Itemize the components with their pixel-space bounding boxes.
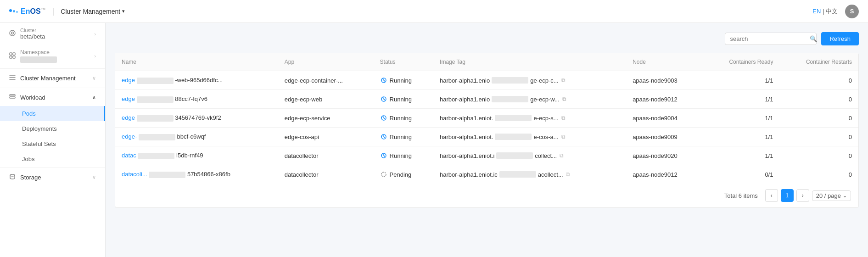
pod-name-suffix-3: bbcf-c6wqf xyxy=(177,133,206,140)
storage-icon xyxy=(9,173,16,181)
image-blur-3 xyxy=(495,134,532,140)
status-text-4: Running xyxy=(390,152,412,159)
pod-app-0: edge-ecp-container-... xyxy=(285,77,343,84)
sidebar-item-deployments[interactable]: Deployments xyxy=(0,121,105,136)
copy-icon-5[interactable]: ⧉ xyxy=(565,170,571,179)
workload-chevron: ∧ xyxy=(92,95,96,101)
cell-containers-ready-1: 1/1 xyxy=(703,90,779,109)
namespace-icon xyxy=(9,52,16,60)
svg-rect-7 xyxy=(10,97,15,98)
search-box[interactable]: 🔍 xyxy=(725,33,817,45)
pod-node-5: apaas-node9012 xyxy=(633,171,678,178)
cell-restarts-1: 0 xyxy=(779,90,858,109)
image-tag-cell-2: harbor-alpha1.eniot. e-ecp-s... ⧉ xyxy=(440,114,620,122)
table-header-row: Name App Status Image Tag Node Container… xyxy=(115,53,858,71)
pod-name-link-5[interactable]: datacoli... xyxy=(122,171,147,178)
cell-status-1: Running xyxy=(374,90,433,109)
cell-status-4: Running xyxy=(374,146,433,165)
search-input[interactable] xyxy=(730,35,807,42)
copy-icon-3[interactable]: ⧉ xyxy=(560,133,566,141)
containers-ready-5: 0/1 xyxy=(765,171,773,178)
pods-label: Pods xyxy=(22,110,36,117)
col-name: Name xyxy=(115,53,278,71)
pod-name-suffix-4: i5db-rnf49 xyxy=(176,152,203,159)
status-text-1: Running xyxy=(390,96,412,103)
status-text-3: Running xyxy=(390,134,412,140)
page-1-button[interactable]: 1 xyxy=(781,189,794,202)
cell-containers-ready-4: 1/1 xyxy=(703,146,779,165)
pod-app-5: datacollector xyxy=(285,171,319,178)
sidebar-workload[interactable]: Workload ∧ xyxy=(0,89,105,106)
copy-icon-4[interactable]: ⧉ xyxy=(559,151,565,160)
user-avatar[interactable]: S xyxy=(845,5,859,18)
pod-name-link-0[interactable]: edge xyxy=(122,77,135,84)
sidebar-item-jobs[interactable]: Jobs xyxy=(0,151,105,167)
image-blur-1 xyxy=(492,96,528,102)
cell-status-0: Running xyxy=(374,71,433,90)
main-content: 🔍 Refresh Name App Status Image Tag Node… xyxy=(106,23,868,257)
containers-ready-2: 1/1 xyxy=(765,115,773,122)
pod-name-link-1[interactable]: edge xyxy=(122,95,135,102)
copy-icon-0[interactable]: ⧉ xyxy=(560,76,566,84)
next-page-button[interactable]: › xyxy=(796,189,809,202)
pagination: Total 6 items ‹ 1 › 20 / page ⌄ xyxy=(115,184,858,207)
sidebar-storage[interactable]: Storage ∨ xyxy=(0,169,105,186)
cell-node-4: apaas-node9020 xyxy=(626,146,703,165)
sidebar-cluster-management[interactable]: Cluster Management ∨ xyxy=(0,70,105,87)
pod-name-suffix-2: 345674769-vk9f2 xyxy=(175,114,221,121)
containers-ready-4: 1/1 xyxy=(765,152,773,159)
pod-name-blur-5 xyxy=(149,172,185,178)
stateful-sets-label: Stateful Sets xyxy=(22,140,56,147)
cell-image-4: harbor-alpha1.eniot.i collect... ⧉ xyxy=(433,146,626,165)
pod-name-blur-1 xyxy=(137,96,174,103)
cell-name-5: datacoli... 57b54866-x86fb xyxy=(115,165,278,184)
cell-name-2: edge 345674769-vk9f2 xyxy=(115,109,278,128)
deployments-label: Deployments xyxy=(22,125,57,132)
refresh-button[interactable]: Refresh xyxy=(821,32,859,45)
storage-chevron: ∨ xyxy=(92,174,96,180)
sidebar-item-cluster[interactable]: Cluster beta/beta › xyxy=(0,23,105,45)
image-prefix-4: harbor-alpha1.eniot.i xyxy=(440,152,494,159)
col-status: Status xyxy=(374,53,433,71)
topbar-dropdown-icon: ▾ xyxy=(122,8,125,14)
sidebar-item-namespace[interactable]: Namespace › xyxy=(0,45,105,67)
table-row: edge -web-965d66dfc... edge-ecp-containe… xyxy=(115,71,858,90)
sidebar-item-stateful-sets[interactable]: Stateful Sets xyxy=(0,136,105,151)
prev-page-button[interactable]: ‹ xyxy=(765,189,778,202)
copy-icon-1[interactable]: ⧉ xyxy=(561,95,567,103)
copy-icon-2[interactable]: ⧉ xyxy=(560,114,566,122)
search-icon: 🔍 xyxy=(810,35,817,42)
cluster-value: beta/beta xyxy=(20,33,45,40)
cell-restarts-5: 0 xyxy=(779,165,858,184)
workload-icon xyxy=(9,94,16,101)
sidebar-item-pods[interactable]: Pods xyxy=(0,106,105,121)
image-tag-cell-5: harbor-alpha1.eniot.ic acollect... ⧉ xyxy=(440,170,620,179)
pod-name-link-4[interactable]: datac xyxy=(122,152,136,159)
status-text-2: Running xyxy=(390,115,412,122)
pod-name-link-2[interactable]: edge xyxy=(122,114,135,121)
logo-text: EnOS™ xyxy=(21,7,46,16)
cluster-info: Cluster beta/beta xyxy=(20,28,45,40)
topbar-title[interactable]: Cluster Management ▾ xyxy=(61,8,125,15)
pod-name-link-3[interactable]: edge- xyxy=(122,133,137,140)
table-row: edge- bbcf-c6wqf edge-cos-api Running ha… xyxy=(115,128,858,146)
containers-ready-1: 1/1 xyxy=(765,96,773,103)
image-prefix-2: harbor-alpha1.eniot. xyxy=(440,115,493,122)
jobs-label: Jobs xyxy=(22,156,34,162)
cluster-mgmt-chevron: ∨ xyxy=(92,75,96,81)
cell-node-3: apaas-node9009 xyxy=(626,128,703,146)
cell-app-1: edge-ecp-web xyxy=(278,90,374,109)
lang-switch: EN | 中文 xyxy=(812,7,838,16)
pod-name-blur-0 xyxy=(137,78,174,84)
lang-separator: | xyxy=(823,8,826,15)
cell-app-0: edge-ecp-container-... xyxy=(278,71,374,90)
lang-en[interactable]: EN xyxy=(812,8,821,15)
logo-dot-1 xyxy=(9,9,12,12)
page-size-select[interactable]: 20 / page ⌄ xyxy=(812,190,851,201)
image-blur-4 xyxy=(496,152,533,159)
restarts-1: 0 xyxy=(849,96,852,103)
cell-image-3: harbor-alpha1.eniot. e-cos-a... ⧉ xyxy=(433,128,626,146)
restarts-3: 0 xyxy=(849,134,852,140)
lang-zh[interactable]: 中文 xyxy=(826,8,838,15)
topbar-title-text: Cluster Management xyxy=(61,8,120,15)
